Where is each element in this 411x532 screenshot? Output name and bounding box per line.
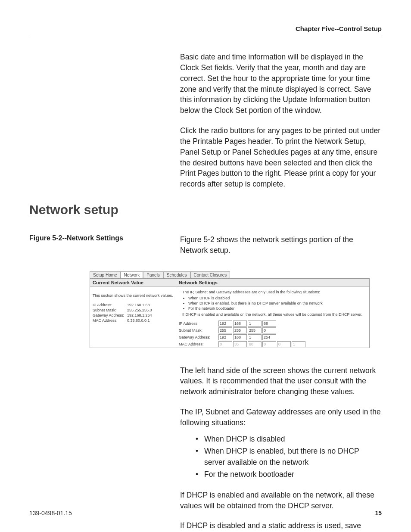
list-item: For the network bootloader <box>196 469 382 480</box>
ip-octet-input[interactable]: 68 <box>262 320 276 327</box>
current-mac-row: MAC Address:0.35.80.0.0.1 <box>90 318 176 323</box>
mac-octet-input: 0 <box>277 341 291 347</box>
mac-octet-input: 80 <box>248 341 262 347</box>
after-paragraph-3: If DHCP is enabled and available on the … <box>180 490 382 511</box>
panel-right-note-item: When DHCP is enabled, but there is no DH… <box>188 301 366 306</box>
gateway-octet-input[interactable]: 254 <box>262 334 276 340</box>
after-paragraph-1: The left hand side of the screen shows t… <box>180 365 382 398</box>
gateway-octet-input[interactable]: 168 <box>233 334 247 340</box>
panel-current-network-value: Current Network Value This section shows… <box>90 279 176 348</box>
header-rule <box>29 36 382 36</box>
footer-docnum: 139-0498-01.15 <box>29 510 72 516</box>
panel-right-note-lead: The IP, Subnet and Gateway addresses are… <box>182 290 320 294</box>
after-paragraph-2: The IP, Subnet and Gateway addresses are… <box>180 407 382 428</box>
dhcp-situations-list: When DHCP is disabled When DHCP is enabl… <box>196 433 382 480</box>
panel-right-title: Network Settings <box>176 279 369 287</box>
panel-right-note-item: For the network bootloader <box>188 306 366 311</box>
mac-octet-input: 0 <box>218 341 232 347</box>
list-item: When DHCP is disabled <box>196 433 382 445</box>
ip-octet-input[interactable]: 168 <box>233 320 247 327</box>
screenshot-tabs: Setup Home Network Panels Schedules Cont… <box>90 271 370 278</box>
ip-octet-input[interactable]: 192 <box>218 320 232 327</box>
panel-right-note: The IP, Subnet and Gateway addresses are… <box>176 287 369 320</box>
subnet-octet-input[interactable]: 0 <box>262 327 276 333</box>
running-header: Chapter Five--Control Setup <box>29 25 382 32</box>
setting-subnet-row: Subnet Mask: 255 255 255 0 <box>176 327 369 334</box>
panel-left-note: This section shows the current network v… <box>90 287 176 302</box>
panel-network-settings: Network Settings The IP, Subnet and Gate… <box>176 279 369 348</box>
tab-contact-closures[interactable]: Contact Closures <box>190 271 230 278</box>
intro-paragraph-1: Basic date and time information will be … <box>180 52 382 116</box>
setting-mac-row: MAC Address: 0 35 80 0 0 1 <box>176 341 369 348</box>
subnet-octet-input[interactable]: 255 <box>218 327 232 333</box>
footer-page-number: 15 <box>375 510 382 516</box>
page-footer: 139-0498-01.15 15 <box>29 510 382 516</box>
tab-setup-home[interactable]: Setup Home <box>90 271 121 278</box>
mac-octet-input: 1 <box>292 341 305 347</box>
mac-octet-input: 0 <box>262 341 276 347</box>
ip-octet-input[interactable]: 1 <box>248 320 262 327</box>
section-heading-network-setup: Network setup <box>29 202 382 217</box>
gateway-octet-input[interactable]: 1 <box>248 334 262 340</box>
tab-network[interactable]: Network <box>121 271 143 278</box>
after-paragraph-4: If DHCP is disabled and a static address… <box>180 520 382 532</box>
tab-panels[interactable]: Panels <box>143 271 163 278</box>
mac-octet-input: 35 <box>233 341 247 347</box>
current-subnet-row: Subnet Mask:255.255.255.0 <box>90 308 176 313</box>
setting-ip-row: IP Address: 192 168 1 68 <box>176 320 369 327</box>
list-item: When DHCP is enabled, but there is no DH… <box>196 445 382 468</box>
subnet-octet-input[interactable]: 255 <box>248 327 262 333</box>
subnet-octet-input[interactable]: 255 <box>233 327 247 333</box>
current-ip-row: IP Address:192.168.1.68 <box>90 302 176 308</box>
intro-paragraph-2: Click the radio buttons for any pages to… <box>180 125 382 190</box>
figure-label: Figure 5-2--Network Settings <box>29 234 180 242</box>
current-gateway-row: Gateway Address:192.168.1.254 <box>90 313 176 318</box>
panel-right-note-item: When DHCP is disabled <box>188 296 366 301</box>
panel-right-note-tail: If DHCP is enabled and available on the … <box>182 312 362 317</box>
screenshot-network-settings: Setup Home Network Panels Schedules Cont… <box>90 271 370 348</box>
panel-left-title: Current Network Value <box>90 279 176 287</box>
tab-schedules[interactable]: Schedules <box>163 271 190 278</box>
gateway-octet-input[interactable]: 192 <box>218 334 232 340</box>
setting-gateway-row: Gateway Address: 192 168 1 254 <box>176 334 369 341</box>
figure-caption: Figure 5-2 shows the network settings po… <box>180 234 382 256</box>
